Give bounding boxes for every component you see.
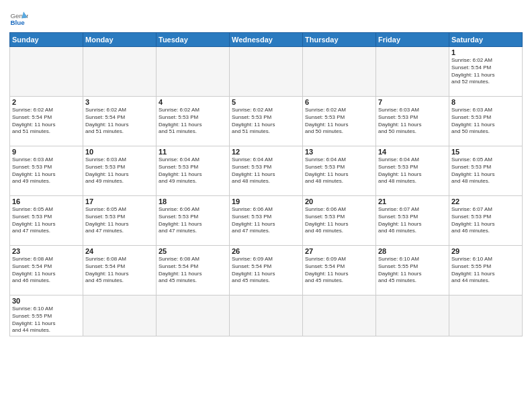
day-info: Sunrise: 6:04 AMSunset: 5:53 PMDaylight:… <box>378 156 447 185</box>
calendar-cell: 26Sunrise: 6:09 AMSunset: 5:54 PMDayligh… <box>230 246 303 295</box>
calendar-header-row: SundayMondayTuesdayWednesdayThursdayFrid… <box>10 33 523 47</box>
calendar-cell: 24Sunrise: 6:08 AMSunset: 5:54 PMDayligh… <box>83 246 157 295</box>
day-info: Sunrise: 6:10 AMSunset: 5:55 PMDaylight:… <box>12 306 81 334</box>
page-header: General Blue <box>9 8 523 27</box>
calendar-cell: 19Sunrise: 6:06 AMSunset: 5:53 PMDayligh… <box>230 196 303 246</box>
day-info: Sunrise: 6:03 AMSunset: 5:53 PMDaylight:… <box>451 107 520 136</box>
calendar-cell: 13Sunrise: 6:04 AMSunset: 5:53 PMDayligh… <box>303 146 376 196</box>
calendar-cell: 2Sunrise: 6:02 AMSunset: 5:54 PMDaylight… <box>10 97 83 146</box>
day-number: 7 <box>378 98 447 106</box>
day-number: 6 <box>305 98 373 106</box>
day-info: Sunrise: 6:07 AMSunset: 5:53 PMDaylight:… <box>451 206 520 235</box>
day-info: Sunrise: 6:09 AMSunset: 5:54 PMDaylight:… <box>305 256 373 285</box>
calendar-cell: 23Sunrise: 6:08 AMSunset: 5:54 PMDayligh… <box>10 246 83 295</box>
calendar-cell: 8Sunrise: 6:03 AMSunset: 5:53 PMDaylight… <box>449 97 523 146</box>
day-info: Sunrise: 6:04 AMSunset: 5:53 PMDaylight:… <box>159 156 227 185</box>
day-info: Sunrise: 6:02 AMSunset: 5:53 PMDaylight:… <box>232 107 300 136</box>
calendar-day-header: Sunday <box>10 33 83 47</box>
calendar-week-row: 23Sunrise: 6:08 AMSunset: 5:54 PMDayligh… <box>10 246 523 295</box>
calendar-cell <box>230 47 303 97</box>
day-info: Sunrise: 6:03 AMSunset: 5:53 PMDaylight:… <box>85 156 154 185</box>
day-number: 19 <box>232 197 300 205</box>
calendar-cell: 11Sunrise: 6:04 AMSunset: 5:53 PMDayligh… <box>157 146 230 196</box>
calendar-cell: 29Sunrise: 6:10 AMSunset: 5:55 PMDayligh… <box>449 246 523 295</box>
calendar-day-header: Tuesday <box>157 33 230 47</box>
day-info: Sunrise: 6:09 AMSunset: 5:54 PMDaylight:… <box>232 256 300 285</box>
day-number: 1 <box>451 48 520 56</box>
day-number: 29 <box>451 247 520 255</box>
svg-text:Blue: Blue <box>10 19 25 26</box>
day-number: 14 <box>378 148 447 156</box>
calendar-cell: 4Sunrise: 6:02 AMSunset: 5:53 PMDaylight… <box>157 97 230 146</box>
calendar-cell <box>376 295 449 336</box>
calendar-cell: 25Sunrise: 6:08 AMSunset: 5:54 PMDayligh… <box>157 246 230 295</box>
calendar-cell: 30Sunrise: 6:10 AMSunset: 5:55 PMDayligh… <box>10 295 83 336</box>
calendar-cell: 22Sunrise: 6:07 AMSunset: 5:53 PMDayligh… <box>449 196 523 246</box>
day-info: Sunrise: 6:08 AMSunset: 5:54 PMDaylight:… <box>85 256 154 285</box>
calendar-cell: 15Sunrise: 6:05 AMSunset: 5:53 PMDayligh… <box>449 146 523 196</box>
calendar-week-row: 9Sunrise: 6:03 AMSunset: 5:53 PMDaylight… <box>10 146 523 196</box>
day-number: 3 <box>85 98 154 106</box>
day-info: Sunrise: 6:06 AMSunset: 5:53 PMDaylight:… <box>305 206 373 235</box>
calendar-cell <box>303 295 376 336</box>
day-number: 10 <box>85 148 154 156</box>
calendar-cell: 17Sunrise: 6:05 AMSunset: 5:53 PMDayligh… <box>83 196 157 246</box>
day-number: 18 <box>159 197 227 205</box>
calendar-cell <box>83 295 157 336</box>
calendar-cell <box>10 47 83 97</box>
day-number: 30 <box>12 297 81 305</box>
day-info: Sunrise: 6:02 AMSunset: 5:53 PMDaylight:… <box>159 107 227 136</box>
day-info: Sunrise: 6:02 AMSunset: 5:54 PMDaylight:… <box>451 57 520 86</box>
day-info: Sunrise: 6:05 AMSunset: 5:53 PMDaylight:… <box>451 156 520 185</box>
calendar-cell: 18Sunrise: 6:06 AMSunset: 5:53 PMDayligh… <box>157 196 230 246</box>
day-info: Sunrise: 6:08 AMSunset: 5:54 PMDaylight:… <box>12 256 81 285</box>
calendar-cell: 27Sunrise: 6:09 AMSunset: 5:54 PMDayligh… <box>303 246 376 295</box>
day-number: 24 <box>85 247 154 255</box>
day-info: Sunrise: 6:03 AMSunset: 5:53 PMDaylight:… <box>378 107 447 136</box>
day-number: 22 <box>451 197 520 205</box>
day-number: 27 <box>305 247 373 255</box>
calendar-day-header: Monday <box>83 33 157 47</box>
logo-icon: General Blue <box>9 8 28 27</box>
day-number: 25 <box>159 247 227 255</box>
day-number: 21 <box>378 197 447 205</box>
calendar-cell: 5Sunrise: 6:02 AMSunset: 5:53 PMDaylight… <box>230 97 303 146</box>
calendar: SundayMondayTuesdayWednesdayThursdayFrid… <box>9 32 523 336</box>
calendar-cell <box>449 295 523 336</box>
calendar-cell: 9Sunrise: 6:03 AMSunset: 5:53 PMDaylight… <box>10 146 83 196</box>
day-number: 23 <box>12 247 81 255</box>
calendar-cell: 20Sunrise: 6:06 AMSunset: 5:53 PMDayligh… <box>303 196 376 246</box>
calendar-cell: 10Sunrise: 6:03 AMSunset: 5:53 PMDayligh… <box>83 146 157 196</box>
calendar-cell: 6Sunrise: 6:02 AMSunset: 5:53 PMDaylight… <box>303 97 376 146</box>
calendar-week-row: 2Sunrise: 6:02 AMSunset: 5:54 PMDaylight… <box>10 97 523 146</box>
day-info: Sunrise: 6:08 AMSunset: 5:54 PMDaylight:… <box>159 256 227 285</box>
day-number: 2 <box>12 98 81 106</box>
calendar-cell <box>376 47 449 97</box>
day-info: Sunrise: 6:04 AMSunset: 5:53 PMDaylight:… <box>232 156 300 185</box>
day-number: 20 <box>305 197 373 205</box>
day-number: 12 <box>232 148 300 156</box>
day-number: 9 <box>12 148 81 156</box>
day-info: Sunrise: 6:05 AMSunset: 5:53 PMDaylight:… <box>12 206 81 235</box>
calendar-cell: 7Sunrise: 6:03 AMSunset: 5:53 PMDaylight… <box>376 97 449 146</box>
day-number: 4 <box>159 98 227 106</box>
calendar-cell: 12Sunrise: 6:04 AMSunset: 5:53 PMDayligh… <box>230 146 303 196</box>
calendar-cell: 1Sunrise: 6:02 AMSunset: 5:54 PMDaylight… <box>449 47 523 97</box>
calendar-cell: 21Sunrise: 6:07 AMSunset: 5:53 PMDayligh… <box>376 196 449 246</box>
day-info: Sunrise: 6:06 AMSunset: 5:53 PMDaylight:… <box>159 206 227 235</box>
calendar-day-header: Saturday <box>449 33 523 47</box>
day-info: Sunrise: 6:07 AMSunset: 5:53 PMDaylight:… <box>378 206 447 235</box>
day-info: Sunrise: 6:05 AMSunset: 5:53 PMDaylight:… <box>85 206 154 235</box>
day-number: 26 <box>232 247 300 255</box>
calendar-day-header: Wednesday <box>230 33 303 47</box>
logo: General Blue <box>9 8 31 27</box>
day-number: 8 <box>451 98 520 106</box>
day-info: Sunrise: 6:06 AMSunset: 5:53 PMDaylight:… <box>232 206 300 235</box>
calendar-week-row: 30Sunrise: 6:10 AMSunset: 5:55 PMDayligh… <box>10 295 523 336</box>
calendar-cell <box>157 295 230 336</box>
calendar-cell: 14Sunrise: 6:04 AMSunset: 5:53 PMDayligh… <box>376 146 449 196</box>
calendar-week-row: 16Sunrise: 6:05 AMSunset: 5:53 PMDayligh… <box>10 196 523 246</box>
day-number: 15 <box>451 148 520 156</box>
day-number: 13 <box>305 148 373 156</box>
day-number: 16 <box>12 197 81 205</box>
